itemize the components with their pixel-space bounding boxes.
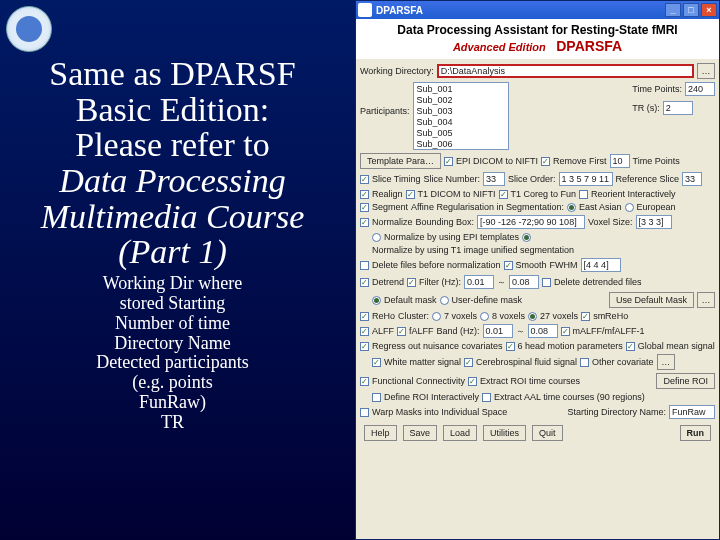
deletebefore-checkbox[interactable] [360,261,369,270]
sub-line: FunRaw) [0,393,345,413]
norm-t1-radio[interactable] [522,233,531,242]
regresscov-checkbox[interactable] [360,342,369,351]
heading-line: Please refer to [0,127,345,163]
usermask-radio[interactable] [440,296,449,305]
sub-line: stored Starting [0,294,345,314]
reho-checkbox[interactable] [360,312,369,321]
filter-hi-input[interactable]: 0.08 [509,275,539,289]
epi2nifti-checkbox[interactable] [444,157,453,166]
removefirst-input[interactable]: 10 [610,154,630,168]
fwhm-input[interactable]: [4 4 4] [581,258,621,272]
mask-browse-button[interactable]: … [697,292,715,308]
startdir-input[interactable]: FunRaw [669,405,715,419]
define-roi-interactive-checkbox[interactable] [372,393,381,402]
voxsize-input[interactable]: [3 3 3] [636,215,672,229]
bbox-input[interactable]: [-90 -126 -72;90 90 108] [477,215,585,229]
tr-label: TR (s): [632,103,660,113]
participants-listbox[interactable]: Sub_001 Sub_002 Sub_003 Sub_004 Sub_005 … [413,82,509,150]
hm6-checkbox[interactable] [506,342,515,351]
list-item[interactable]: Sub_005 [417,128,505,139]
cluster8-radio[interactable] [480,312,489,321]
filter-checkbox[interactable] [407,278,416,287]
list-item[interactable]: Sub_002 [417,95,505,106]
csf-checkbox[interactable] [464,358,473,367]
fc-checkbox[interactable] [360,377,369,386]
refslice-input[interactable]: 33 [682,172,702,186]
filter-lo-input[interactable]: 0.01 [464,275,494,289]
normalize-checkbox[interactable] [360,218,369,227]
template-button[interactable]: Template Para… [360,153,441,169]
reorient-checkbox[interactable] [579,190,588,199]
globalmean-checkbox[interactable] [626,342,635,351]
removefirst-checkbox[interactable] [541,157,550,166]
warpmask-checkbox[interactable] [360,408,369,417]
detrend-checkbox[interactable] [360,278,369,287]
sub-line: Directory Name [0,334,345,354]
list-item[interactable]: Sub_003 [417,106,505,117]
participants-label: Participants: [360,106,410,116]
alff-checkbox[interactable] [360,327,369,336]
maximize-button[interactable]: □ [683,3,699,17]
smreho-checkbox[interactable] [581,312,590,321]
european-radio[interactable] [625,203,634,212]
define-roi-button[interactable]: Define ROI [656,373,715,389]
falff-checkbox[interactable] [397,327,406,336]
defaultmask-radio[interactable] [372,296,381,305]
sub-line: points [169,372,213,392]
window-title: DPARSFA [376,5,423,16]
help-button[interactable]: Help [364,425,397,441]
heading-line: Same as DPARSF [0,56,345,92]
band-lo-input[interactable]: 0.01 [483,324,513,338]
t1nifti-checkbox[interactable] [406,190,415,199]
t1corag-checkbox[interactable] [499,190,508,199]
close-button[interactable]: × [701,3,717,17]
load-button[interactable]: Load [443,425,477,441]
sub-line: TR [0,413,345,433]
list-item[interactable]: Sub_004 [417,117,505,128]
malff-checkbox[interactable] [561,327,570,336]
othercov-browse-button[interactable]: … [657,354,675,370]
heading-line: Data Processing [0,163,345,199]
norm-epi-radio[interactable] [372,233,381,242]
sliceorder-input[interactable]: 1 3 5 7 9 11 [559,172,613,186]
eastasian-radio[interactable] [567,203,576,212]
segment-checkbox[interactable] [360,203,369,212]
sub-line: Number of time [0,314,345,334]
utilities-button[interactable]: Utilities [483,425,526,441]
app-header: Data Processing Assistant for Resting-St… [356,19,719,59]
workingdir-input[interactable]: D:\DataAnalysis [437,64,694,78]
smooth-checkbox[interactable] [504,261,513,270]
tr-input[interactable]: 2 [663,101,693,115]
slicenum-input[interactable]: 33 [483,172,505,186]
whitematter-checkbox[interactable] [372,358,381,367]
titlebar[interactable]: DPARSFA _ □ × [356,1,719,19]
org-logo [6,6,52,52]
band-hi-input[interactable]: 0.08 [528,324,558,338]
workingdir-browse-button[interactable]: … [697,63,715,79]
sub-line: (e.g. [132,372,164,392]
extract-aal-checkbox[interactable] [482,393,491,402]
realign-checkbox[interactable] [360,190,369,199]
cluster27-radio[interactable] [528,312,537,321]
list-item[interactable]: Sub_006 [417,139,505,150]
header-edition: Advanced Edition [453,41,546,53]
timepoints-label: Time Points: [632,84,682,94]
run-button[interactable]: Run [680,425,712,441]
sub-line: Detected participants [0,353,345,373]
heading-line: Basic Edition: [0,92,345,128]
timepoints-input[interactable]: 240 [685,82,715,96]
quit-button[interactable]: Quit [532,425,563,441]
header-brand: DPARSFA [556,38,622,54]
slide-caption: Same as DPARSF Basic Edition: Please ref… [0,56,345,433]
othercov-checkbox[interactable] [580,358,589,367]
use-default-mask-button[interactable]: Use Default Mask [609,292,694,308]
cluster7-radio[interactable] [432,312,441,321]
extract-tc-checkbox[interactable] [468,377,477,386]
minimize-button[interactable]: _ [665,3,681,17]
slicetiming-checkbox[interactable] [360,175,369,184]
heading-line: (Part 1) [0,234,345,270]
save-button[interactable]: Save [403,425,438,441]
list-item[interactable]: Sub_001 [417,84,505,95]
heading-line: Multimedia Course [0,199,345,235]
delete-detrended-checkbox[interactable] [542,278,551,287]
